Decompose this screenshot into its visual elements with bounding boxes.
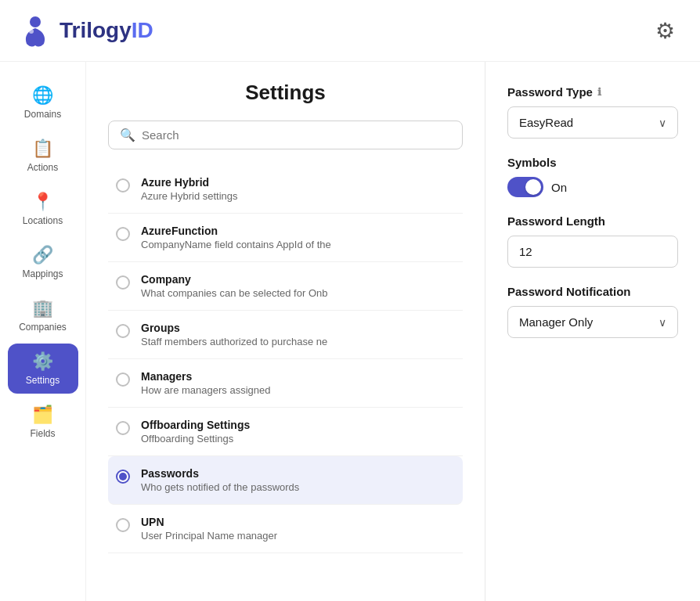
sidebar-label-locations: Locations	[23, 215, 63, 226]
sidebar-item-fields[interactable]: 🗂️ Fields	[8, 397, 78, 447]
sidebar-label-companies: Companies	[19, 322, 67, 333]
item-text-azure-function: AzureFunction CompanyName field contains…	[141, 225, 331, 250]
logo-icon	[19, 14, 52, 47]
password-notification-section: Password Notification Manager Only ∨	[507, 285, 678, 338]
settings-item-offboarding[interactable]: Offboarding Settings Offboarding Setting…	[108, 408, 463, 456]
settings-item-passwords[interactable]: Passwords Who gets notified of the passw…	[108, 456, 463, 505]
sidebar-item-actions[interactable]: 📋 Actions	[8, 131, 78, 181]
chevron-down-icon-2: ∨	[659, 316, 666, 329]
logo-id: ID	[132, 18, 153, 42]
item-title-offboarding: Offboarding Settings	[141, 419, 250, 431]
item-title-managers: Managers	[141, 370, 270, 383]
logo: TrilogyID	[19, 14, 153, 47]
settings-item-upn[interactable]: UPN User Principal Name manager	[108, 505, 463, 553]
logo-trilogy: Trilogy	[60, 18, 132, 42]
password-notification-dropdown[interactable]: Manager Only ∨	[507, 306, 678, 338]
item-desc-managers: How are managers assigned	[141, 384, 270, 396]
radio-upn	[116, 518, 130, 532]
password-type-section: Password Type ℹ EasyRead ∨	[507, 85, 678, 139]
item-desc-company: What companies can be selected for Onb	[141, 287, 327, 299]
password-type-dropdown[interactable]: EasyRead ∨	[507, 106, 678, 139]
header: TrilogyID ⚙	[0, 0, 700, 62]
password-type-value: EasyRead	[519, 116, 573, 129]
settings-item-azure-function[interactable]: AzureFunction CompanyName field contains…	[108, 214, 463, 262]
item-text-groups: Groups Staff members authorized to purch…	[141, 322, 327, 347]
sidebar-label-domains: Domains	[24, 109, 61, 120]
main-content: 🌐 Domains 📋 Actions 📍 Locations 🔗 Mappin…	[0, 62, 700, 601]
item-text-upn: UPN User Principal Name manager	[141, 516, 277, 542]
item-desc-passwords: Who gets notified of the passwords	[141, 481, 299, 493]
item-text-offboarding: Offboarding Settings Offboarding Setting…	[141, 419, 250, 444]
radio-company	[116, 275, 130, 290]
domains-icon: 🌐	[32, 85, 53, 106]
symbols-toggle[interactable]	[507, 177, 543, 197]
symbols-label: Symbols	[507, 156, 678, 169]
item-title-azure-function: AzureFunction	[141, 225, 331, 237]
radio-passwords	[116, 470, 130, 484]
item-text-passwords: Passwords Who gets notified of the passw…	[141, 467, 299, 493]
sidebar: 🌐 Domains 📋 Actions 📍 Locations 🔗 Mappin…	[0, 62, 86, 601]
search-box[interactable]: 🔍	[108, 121, 463, 149]
password-length-label: Password Length	[507, 214, 678, 228]
search-input[interactable]	[142, 128, 451, 142]
radio-groups	[116, 324, 130, 338]
item-text-company: Company What companies can be selected f…	[141, 273, 327, 299]
item-desc-offboarding: Offboarding Settings	[141, 433, 250, 444]
radio-azure-function	[116, 227, 130, 241]
settings-list: Azure Hybrid Azure Hybrid settings Azure…	[108, 165, 463, 582]
item-title-azure-hybrid: Azure Hybrid	[141, 176, 238, 189]
symbols-toggle-row: On	[507, 177, 678, 197]
toggle-knob	[525, 179, 541, 195]
mappings-icon: 🔗	[32, 245, 53, 265]
sidebar-item-settings[interactable]: ⚙️ Settings	[8, 344, 78, 394]
content-area: Settings 🔍 Azure Hybrid Azure Hybrid set…	[86, 62, 700, 601]
password-length-section: Password Length	[507, 214, 678, 268]
chevron-down-icon: ∨	[659, 117, 666, 129]
sidebar-label-actions: Actions	[27, 162, 58, 173]
sidebar-label-fields: Fields	[30, 428, 55, 439]
item-title-company: Company	[141, 273, 327, 286]
sidebar-item-mappings[interactable]: 🔗 Mappings	[8, 237, 78, 287]
fields-icon: 🗂️	[32, 405, 53, 425]
item-desc-groups: Staff members authorized to purchase ne	[141, 336, 327, 347]
item-desc-azure-function: CompanyName field contains AppId of the	[141, 239, 331, 250]
radio-managers	[116, 372, 130, 387]
password-type-label: Password Type ℹ	[507, 85, 678, 99]
radio-azure-hybrid	[116, 178, 130, 193]
sidebar-label-settings: Settings	[26, 375, 60, 386]
item-title-groups: Groups	[141, 322, 327, 334]
svg-point-1	[29, 29, 34, 34]
global-settings-icon[interactable]: ⚙	[655, 18, 675, 44]
settings-icon: ⚙️	[32, 351, 53, 372]
symbols-section: Symbols On	[507, 156, 678, 197]
item-title-passwords: Passwords	[141, 467, 299, 480]
sidebar-label-mappings: Mappings	[22, 268, 63, 279]
companies-icon: 🏢	[32, 298, 53, 318]
item-text-managers: Managers How are managers assigned	[141, 370, 270, 396]
sidebar-item-companies[interactable]: 🏢 Companies	[8, 290, 78, 340]
settings-item-managers[interactable]: Managers How are managers assigned	[108, 359, 463, 408]
search-icon: 🔍	[120, 128, 135, 142]
page-title: Settings	[108, 81, 463, 105]
settings-item-azure-hybrid[interactable]: Azure Hybrid Azure Hybrid settings	[108, 165, 463, 214]
password-type-info-icon[interactable]: ℹ	[597, 86, 601, 98]
sidebar-item-domains[interactable]: 🌐 Domains	[8, 77, 78, 128]
settings-item-company[interactable]: Company What companies can be selected f…	[108, 262, 463, 311]
password-length-input[interactable]	[507, 236, 678, 268]
svg-point-0	[30, 16, 41, 27]
password-notification-label: Password Notification	[507, 285, 678, 298]
locations-icon: 📍	[32, 192, 53, 212]
sidebar-item-locations[interactable]: 📍 Locations	[8, 184, 78, 234]
item-desc-azure-hybrid: Azure Hybrid settings	[141, 190, 238, 202]
settings-list-panel: Settings 🔍 Azure Hybrid Azure Hybrid set…	[86, 62, 485, 601]
radio-offboarding	[116, 421, 130, 435]
item-title-upn: UPN	[141, 516, 277, 528]
item-text-azure-hybrid: Azure Hybrid Azure Hybrid settings	[141, 176, 238, 202]
settings-item-groups[interactable]: Groups Staff members authorized to purch…	[108, 311, 463, 359]
symbols-toggle-label: On	[551, 181, 567, 194]
logo-wordmark: TrilogyID	[60, 18, 153, 43]
actions-icon: 📋	[32, 139, 53, 159]
item-desc-upn: User Principal Name manager	[141, 530, 277, 542]
right-panel: Password Type ℹ EasyRead ∨ Symbols On	[485, 62, 700, 601]
password-notification-value: Manager Only	[519, 315, 593, 329]
